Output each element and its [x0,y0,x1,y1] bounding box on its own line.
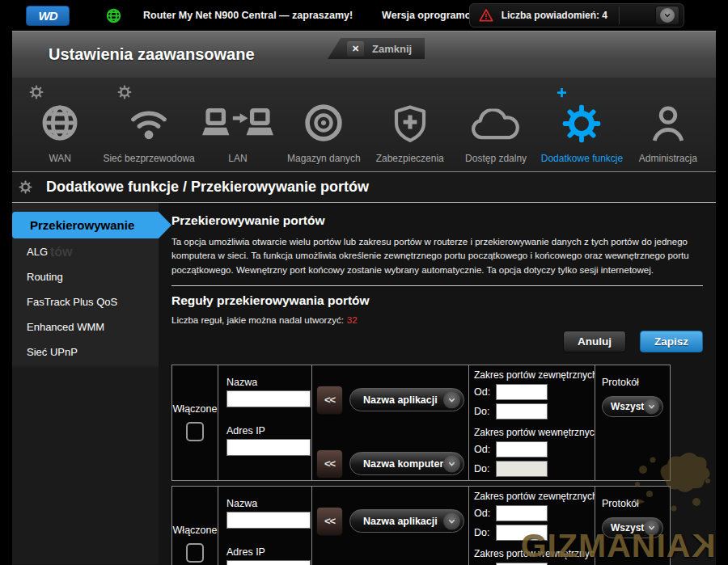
external-from-input[interactable] [496,384,548,400]
ip-label: Adres IP [226,546,305,558]
nav-item-wan[interactable]: WAN [17,78,103,171]
from-label: Od: [474,508,496,519]
section-title: Przekierowywanie portów [171,213,703,228]
nav-item-administration[interactable]: Administracja [625,78,711,171]
sidebar-item-label: Enhanced WMM [27,321,104,333]
content-area: Przekierowywanie ALG tów Routing FasTrac… [12,203,716,564]
name-cell: Nazwa Adres IP [218,487,312,565]
sidebar-item-port-forwarding[interactable]: Przekierowywanie [12,212,171,238]
nav-item-lan[interactable]: LAN [195,78,281,171]
from-label: Od: [474,386,496,398]
external-to-row: Do: [474,525,590,541]
port-forwarding-rules-table: Włączone Nazwa Adres IP << Nazwa aplikac… [171,365,671,565]
rules-title: Reguły przekierowywania portów [171,293,703,308]
name-input[interactable] [226,512,311,529]
internal-from-input[interactable] [496,441,548,457]
section-description: Ta opcja umożliwia otwarcie wielu portów… [171,235,703,277]
nav-item-remote-access[interactable]: Dostęp zdalny [453,78,539,171]
divider [619,6,620,24]
to-label: Do: [474,527,496,538]
rule-row: Włączone Nazwa Adres IP << Nazwa aplikac… [171,365,671,481]
external-to-input[interactable] [496,403,548,420]
protocol-label: Protokół [602,498,663,509]
sidebar-item-alg[interactable]: ALG tów [12,239,159,264]
section-nav: WAN Sieć bezprzewodowa LAN Magazyn danyc… [12,78,716,172]
external-range-label: Zakres portów zewnętrznych [474,491,590,502]
to-label: Do: [474,406,496,417]
application-dropdown-value: Nazwa aplikacji [363,394,438,406]
ip-input[interactable] [226,439,311,456]
external-from-input[interactable] [496,505,548,521]
panel-header: Ustawienia zaawansowane ✕ Zamknij [12,31,716,78]
application-dropdown[interactable]: Nazwa aplikacji [349,388,464,411]
name-label: Nazwa [226,377,305,388]
ip-input[interactable] [226,560,311,565]
computer-dropdown[interactable]: Nazwa komputera [349,452,464,475]
external-to-row: Do: [474,403,590,420]
picker-cell: << Nazwa aplikacji << Nazwa komputera [312,487,469,565]
nav-label: LAN [228,153,247,164]
rules-remaining-value: 32 [347,315,358,325]
copy-computer-button[interactable]: << [316,449,343,479]
advanced-settings-panel: Ustawienia zaawansowane ✕ Zamknij WAN Si… [12,31,716,565]
router-name: Router My Net N900 Central — zapraszamy! [143,10,353,21]
chevron-down-icon [660,8,675,23]
gear-plus-icon [561,91,602,144]
internal-range-label: Zakres portów wewnętrznych [474,427,590,438]
enabled-label: Włączone [173,403,218,415]
sidebar-item-label: Routing [27,271,63,283]
external-from-row: Od: [474,384,590,400]
gear-icon [19,180,32,194]
to-label: Do: [474,463,496,474]
name-label: Nazwa [226,498,305,509]
application-picker: << Nazwa aplikacji [316,507,464,536]
name-input[interactable] [226,390,311,407]
sidebar-item-label: FasTrack Plus QoS [27,296,117,308]
sidebar-item-routing[interactable]: Routing [12,264,159,289]
nav-label: WAN [49,153,71,164]
protocol-dropdown[interactable]: Wszystko [602,396,663,417]
main-section: Przekierowywanie portów Ta opcja umożliw… [159,203,716,564]
enabled-label: Włączone [173,525,218,536]
external-range-label: Zakres portów zewnętrznych [474,369,590,381]
enabled-checkbox[interactable] [186,543,204,563]
internal-to-row: Do: [474,461,590,477]
notifications-count: Liczba powiadomień: 4 [502,10,607,21]
computer-picker: << Nazwa komputera [316,449,464,479]
chevron-down-icon [644,520,659,535]
nav-label: Zabezpieczenia [376,153,444,164]
rules-remaining: Liczba reguł, jakie można nadal utworzyć… [171,315,703,325]
nav-item-additional-features[interactable]: Dodatkowe funkcje [539,78,624,171]
sidebar-item-upnp[interactable]: Sieć UPnP [12,339,159,365]
nav-item-security[interactable]: Zabezpieczenia [367,78,453,171]
enabled-checkbox[interactable] [186,422,204,441]
external-to-input[interactable] [496,525,548,541]
laptops-arrow-icon [202,91,273,144]
notifications-expand-button[interactable] [655,6,679,25]
notifications-widget[interactable]: Liczba powiadomień: 4 [469,3,684,27]
copy-application-button[interactable]: << [316,507,343,536]
rule-row: Włączone Nazwa Adres IP << Nazwa aplikac… [171,486,671,565]
nav-item-storage[interactable]: Magazyn danych [281,78,366,171]
close-button[interactable]: ✕ Zamknij [328,38,425,59]
internal-range-label: Zakres portów wewnętrznych [474,548,590,559]
application-picker: << Nazwa aplikacji [316,386,464,415]
ghost-artifact-text: tów [50,245,73,259]
protocol-dropdown[interactable]: Wszystko [602,517,663,538]
person-icon [649,91,688,144]
nav-item-wireless[interactable]: Sieć bezprzewodowa [103,78,194,171]
sidebar-item-fastrack-qos[interactable]: FasTrack Plus QoS [12,289,159,314]
gear-badge-icon [29,85,44,99]
nav-label: Magazyn danych [287,153,361,164]
plus-badge-icon [556,86,568,99]
sidebar-item-enhanced-wmm[interactable]: Enhanced WMM [12,314,159,339]
disc-icon [303,91,345,144]
globe-gear-icon [39,91,81,144]
copy-application-button[interactable]: << [316,386,343,415]
cloud-icon [469,91,523,144]
wd-logo[interactable]: WD [26,6,70,26]
cancel-button[interactable]: Anuluj [563,331,626,352]
save-button[interactable]: Zapisz [640,331,703,352]
application-dropdown[interactable]: Nazwa aplikacji [349,509,464,533]
gear-badge-icon [117,85,132,99]
